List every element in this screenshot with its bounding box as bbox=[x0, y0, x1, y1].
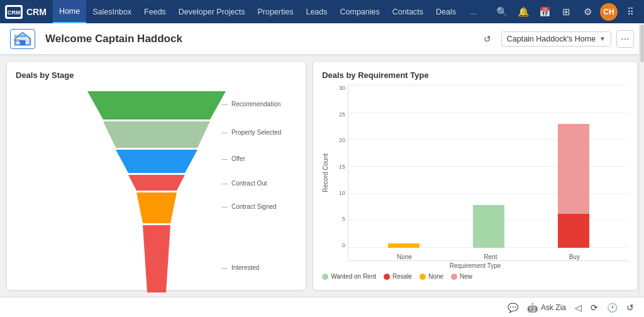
svg-marker-12 bbox=[128, 175, 185, 191]
x-label-buy: Buy bbox=[569, 253, 580, 260]
x-label-rent: Rent bbox=[484, 253, 497, 260]
settings-icon[interactable]: ⚙ bbox=[579, 3, 596, 21]
funnel-labels: Recommendation Property Selected Offer C… bbox=[221, 85, 297, 292]
svg-text:Estate: Estate bbox=[14, 33, 26, 37]
legend-color-resale bbox=[384, 274, 390, 280]
bar-segment-buy-resale bbox=[558, 214, 589, 248]
nav-item-leads[interactable]: Leads bbox=[299, 0, 333, 23]
nav-item-companies[interactable]: Companies bbox=[334, 0, 386, 23]
funnel-svg bbox=[69, 85, 245, 292]
bar-stack-none bbox=[388, 243, 419, 248]
svg-marker-13 bbox=[136, 192, 177, 223]
crm-logo-icon: CRM bbox=[5, 5, 23, 19]
svg-marker-10 bbox=[103, 121, 210, 148]
scrollbar-thumb[interactable] bbox=[640, 25, 644, 62]
funnel-label-contract-signed: Contract Signed bbox=[221, 203, 277, 210]
header-bar: Estate king Welcome Captain Haddock ↺ Ca… bbox=[0, 23, 644, 55]
footer-reload-button[interactable]: ⟳ bbox=[591, 303, 598, 313]
nav-menu: Home SalesInbox Feeds Developer Projects… bbox=[53, 0, 493, 23]
top-navigation: CRM CRM Home SalesInbox Feeds Developer … bbox=[0, 0, 644, 23]
nav-item-salesinbox[interactable]: SalesInbox bbox=[86, 0, 138, 23]
nav-item-contacts[interactable]: Contacts bbox=[386, 0, 430, 23]
bar-stack-buy bbox=[558, 124, 589, 248]
refresh-button[interactable]: ↺ bbox=[479, 30, 496, 48]
nav-logo[interactable]: CRM CRM bbox=[5, 5, 47, 19]
bar-group-buy bbox=[558, 124, 589, 248]
search-icon[interactable]: 🔍 bbox=[493, 3, 511, 21]
chat-icon: 💬 bbox=[508, 303, 518, 313]
legend-item-resale: Resale bbox=[384, 273, 412, 280]
x-axis-title: Requirement Type bbox=[322, 262, 628, 269]
crm-label: CRM bbox=[26, 7, 47, 17]
ask-zia-button[interactable]: 🤖 Ask Zia bbox=[527, 303, 566, 313]
company-logo: Estate king bbox=[10, 29, 35, 49]
calendar-icon[interactable]: 📅 bbox=[536, 3, 553, 21]
footer-bar: 💬 🤖 Ask Zia ◁ ⟳ 🕐 ↺ bbox=[0, 297, 644, 317]
svg-text:king: king bbox=[14, 38, 21, 42]
bars-area bbox=[348, 85, 628, 248]
options-button[interactable]: ··· bbox=[616, 30, 634, 48]
legend-color-new bbox=[451, 274, 457, 280]
legend-item-none: None bbox=[419, 273, 443, 280]
bar-stack-rent bbox=[473, 205, 504, 248]
legend-item-new: New bbox=[451, 273, 472, 280]
nav-item-feeds[interactable]: Feeds bbox=[138, 0, 172, 23]
deals-by-stage-card: Deals by Stage Recommendation bbox=[6, 61, 306, 291]
reload-icon: ⟳ bbox=[591, 303, 598, 313]
bar-segment-buy-new bbox=[558, 124, 589, 214]
user-avatar[interactable]: CH bbox=[600, 3, 618, 21]
svg-text:CRM: CRM bbox=[8, 9, 21, 16]
clock-icon: 🕐 bbox=[607, 303, 618, 313]
legend-color-wanted-on-rent bbox=[322, 274, 328, 280]
funnel-label-property-selected: Property Selected bbox=[221, 129, 281, 136]
x-label-none: None bbox=[397, 253, 412, 260]
chart-legend: Wanted on Rent Resale None New bbox=[322, 273, 628, 280]
funnel-label-contract-out: Contract Out bbox=[221, 180, 267, 187]
y-axis-labels: 0 5 10 15 20 25 30 bbox=[330, 85, 348, 261]
funnel-chart: Recommendation Property Selected Offer C… bbox=[16, 85, 297, 292]
header-right-controls: ↺ Captain Haddock's Home ▼ ··· bbox=[479, 30, 634, 48]
deals-by-req-type-card: Deals by Requirement Type Record Count 0… bbox=[313, 61, 638, 291]
svg-marker-14 bbox=[143, 225, 170, 292]
chart-area: Record Count 0 5 10 15 20 25 30 bbox=[322, 85, 628, 261]
footer-refresh-button[interactable]: ↺ bbox=[626, 303, 634, 313]
main-content: Deals by Stage Recommendation bbox=[0, 55, 644, 297]
svg-marker-9 bbox=[87, 91, 226, 120]
bar-segment-rent-wanted bbox=[473, 205, 504, 248]
footer-clock-button[interactable]: 🕐 bbox=[607, 303, 618, 313]
nav-item-more[interactable]: ... bbox=[464, 0, 482, 23]
x-axis-labels: None Rent Buy bbox=[348, 253, 628, 260]
home-selector-dropdown[interactable]: Captain Haddock's Home ▼ bbox=[501, 31, 611, 47]
scrollbar[interactable] bbox=[639, 23, 644, 297]
chart-inner: None Rent Buy bbox=[348, 85, 628, 261]
footer-chat-icon[interactable]: 💬 bbox=[508, 303, 518, 313]
legend-item-wanted-on-rent: Wanted on Rent bbox=[322, 273, 376, 280]
refresh2-icon: ↺ bbox=[626, 303, 634, 313]
nav-item-developer-projects[interactable]: Developer Projects bbox=[172, 0, 252, 23]
grid-icon[interactable]: ⊞ bbox=[557, 3, 575, 21]
nav-item-properties[interactable]: Properties bbox=[251, 0, 299, 23]
deals-by-req-title: Deals by Requirement Type bbox=[322, 70, 628, 80]
notification-icon[interactable]: 🔔 bbox=[514, 3, 532, 21]
back-icon: ◁ bbox=[575, 303, 582, 313]
bar-group-none bbox=[388, 243, 419, 248]
zia-icon: 🤖 bbox=[527, 303, 538, 313]
legend-color-none bbox=[419, 274, 426, 280]
funnel-label-offer: Offer bbox=[221, 155, 245, 162]
nav-right-icons: 🔍 🔔 📅 ⊞ ⚙ CH ⠿ bbox=[493, 3, 639, 21]
footer-back-button[interactable]: ◁ bbox=[575, 303, 582, 313]
funnel-label-interested: Interested bbox=[221, 264, 259, 271]
deals-by-stage-title: Deals by Stage bbox=[16, 70, 297, 80]
welcome-message: Welcome Captain Haddock bbox=[45, 33, 479, 45]
company-logo-image: Estate king bbox=[10, 29, 35, 49]
bar-chart: Record Count 0 5 10 15 20 25 30 bbox=[322, 85, 628, 280]
funnel-label-recommendation: Recommendation bbox=[221, 101, 280, 108]
chevron-down-icon: ▼ bbox=[599, 35, 606, 42]
svg-marker-11 bbox=[116, 150, 197, 173]
y-axis-title: Record Count bbox=[322, 153, 329, 192]
svg-rect-6 bbox=[20, 40, 26, 45]
bar-segment-none bbox=[388, 243, 419, 248]
nav-item-home[interactable]: Home bbox=[53, 0, 86, 23]
apps-icon[interactable]: ⠿ bbox=[621, 3, 639, 21]
nav-item-deals[interactable]: Deals bbox=[430, 0, 462, 23]
